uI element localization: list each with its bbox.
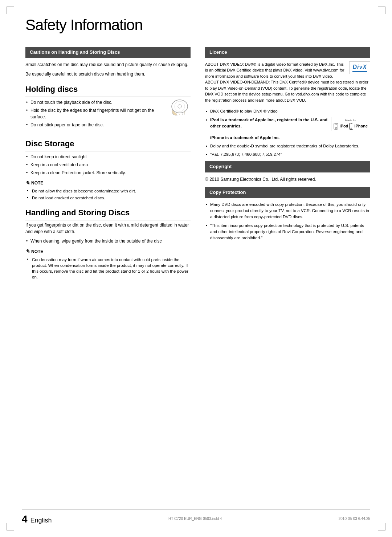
note-list-1: Do not allow the discs to become contami…	[25, 188, 191, 201]
ipod-trademark-text: iPod is a trademark of Apple Inc., regis…	[210, 118, 327, 128]
left-column: Cautions on Handling and Storing Discs S…	[25, 47, 191, 284]
device-names: iPod iPhone	[334, 123, 368, 130]
handling-storing-item-1: When cleaning, wipe gently from the insi…	[25, 238, 191, 244]
svg-rect-6	[350, 123, 353, 129]
svg-rect-3	[334, 123, 338, 129]
note-item-1-1: Do not allow the discs to become contami…	[25, 188, 191, 194]
pat-item: "Pat. 7,295,673; 7,460,688; 7,519,274"	[205, 151, 370, 158]
note-title-1: ✎ NOTE	[25, 180, 191, 187]
holding-disc-item-1: Do not touch the playback side of the di…	[25, 99, 191, 106]
iphone-trademark-text: iPhone is a trademark of Apple Inc.	[210, 135, 370, 141]
handling-storing-list: When cleaning, wipe gently from the insi…	[25, 238, 191, 244]
disc-storage-item-3: Keep in a clean Protection jacket. Store…	[25, 170, 191, 176]
disc-storage-list: Do not keep in direct sunlight Keep in a…	[25, 154, 191, 176]
note-label-1: NOTE	[31, 180, 43, 186]
handling-storing-title: Handling and Storing Discs	[25, 207, 191, 220]
copy-protection-item-1: Many DVD discs are encoded with copy pro…	[205, 202, 370, 220]
licence-header: Licence	[205, 47, 370, 58]
corner-mark-tr	[378, 7, 385, 14]
corner-mark-bl	[7, 523, 14, 530]
svg-point-7	[351, 128, 352, 129]
dolby-item: Dolby and the double-D symbol are regist…	[205, 143, 370, 149]
holding-discs-content: Do not touch the playback side of the di…	[25, 99, 191, 132]
disc-storage-item-1: Do not keep in direct sunlight	[25, 154, 191, 160]
divx-certified-item: DivX Certified® to play DivX ® video	[205, 108, 370, 114]
cautions-text-1: Small scratches on the disc may reduce s…	[25, 61, 191, 68]
holding-disc-item-2: Hold the disc by the edges so that finge…	[25, 107, 191, 120]
page-number: 4	[22, 512, 28, 526]
iphone-svg-icon	[349, 123, 353, 130]
svg-point-4	[335, 127, 337, 129]
note-title-2: ✎ NOTE	[25, 248, 191, 255]
holding-disc-item-3: Do not stick paper or tape on the disc.	[25, 122, 191, 128]
note-section-1: ✎ NOTE Do not allow the discs to become …	[25, 180, 191, 201]
ipod-iphone-badge: Made for iPod	[331, 117, 370, 131]
content-area: Cautions on Handling and Storing Discs S…	[25, 47, 370, 284]
note-label-2: NOTE	[31, 249, 43, 255]
page-wrapper: Safety Information Cautions on Handling …	[0, 0, 392, 537]
handling-storing-intro: If you get fingerprints or dirt on the d…	[25, 222, 191, 235]
svg-rect-5	[335, 124, 337, 125]
svg-rect-8	[351, 123, 352, 124]
licence-bullets: DivX Certified® to play DivX ® video Mad…	[205, 108, 370, 158]
page-language: English	[30, 516, 52, 525]
note-item-1-2: Do not load cracked or scratched discs.	[25, 195, 191, 201]
footer-right-text: 2010-05-03 6:44:25	[339, 516, 370, 521]
holding-discs-list: Do not touch the playback side of the di…	[25, 99, 191, 128]
ipod-svg-icon	[334, 123, 338, 130]
cautions-text-2: Be especially careful not to scratch dis…	[25, 71, 191, 77]
note-item-2-1: Condensation may form if warm air comes …	[25, 257, 191, 280]
copyright-text: © 2010 Samsung Electronics Co., Ltd. All…	[205, 176, 370, 183]
note-icon-2: ✎	[25, 248, 30, 255]
ipod-label: iPod	[339, 123, 348, 129]
copy-protection-header: Copy Protection	[205, 187, 370, 198]
right-column: Licence DivX ABOUT DIVX VIDEO: DivX® is …	[205, 47, 370, 284]
cautions-header: Cautions on Handling and Storing Discs	[25, 47, 191, 58]
disc-storage-item-2: Keep in a cool ventilated area	[25, 162, 191, 168]
footer-left-text: HT-C720-EUR_ENG-0503.indd 4	[168, 516, 222, 521]
holding-discs-title: Holding discs	[25, 84, 191, 97]
corner-mark-tl	[7, 7, 14, 14]
note-icon-1: ✎	[25, 180, 30, 187]
divx-text: ABOUT DIVX VIDEO: DivX® is a digital vid…	[205, 61, 370, 103]
divx-logo: DivX	[349, 61, 370, 74]
made-for-label: Made for	[334, 118, 368, 123]
page-number-area: 4 English	[22, 512, 52, 526]
note-list-2: Condensation may form if warm air comes …	[25, 257, 191, 280]
corner-mark-br	[378, 523, 385, 530]
copy-protection-list: Many DVD discs are encoded with copy pro…	[205, 202, 370, 241]
copy-protection-item-2: "This item incorporates copy protection …	[205, 223, 370, 241]
disc-storage-title: Disc Storage	[25, 138, 191, 151]
bottom-bar: 4 English HT-C720-EUR_ENG-0503.indd 4 20…	[22, 509, 370, 526]
licence-content: DivX ABOUT DIVX VIDEO: DivX® is a digita…	[205, 61, 370, 106]
copyright-header: Copyright	[205, 161, 370, 172]
page-title: Safety Information	[25, 15, 370, 36]
note-section-2: ✎ NOTE Condensation may form if warm air…	[25, 248, 191, 280]
divx-logo-inner: DivX	[352, 63, 367, 72]
iphone-label: iPhone	[354, 123, 368, 129]
ipod-item: Made for iPod	[205, 117, 370, 141]
